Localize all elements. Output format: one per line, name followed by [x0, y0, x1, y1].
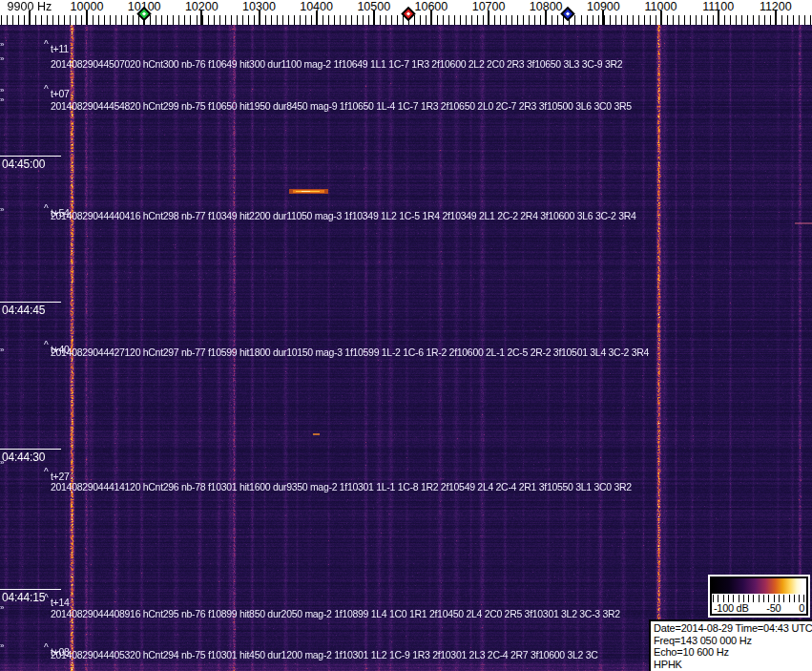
spectrogram-app-window: 9900 Hz100001010010200103001040010500106…	[0, 0, 812, 671]
db-color-scale-frame: -100 dB-500	[710, 577, 808, 616]
freq-label: 9900 Hz	[8, 0, 52, 13]
red-marker-diamond-icon[interactable]	[401, 6, 417, 22]
freq-label: 10900	[587, 0, 620, 13]
event-caret-icon: ^	[44, 341, 49, 350]
event-data-line: 20140829044427120 hCnt297 nb-77 f10599 h…	[51, 347, 649, 358]
edge-mark-icon: »	[0, 87, 4, 94]
freq-label: 11100	[702, 0, 734, 13]
event-data-line: 20140829044405320 hCnt294 nb-75 f10301 h…	[51, 650, 598, 661]
time-label: 04:44:30	[0, 449, 61, 464]
frequency-ruler: 9900 Hz100001010010200103001040010500106…	[0, 0, 812, 25]
edge-mark-icon: »	[0, 346, 4, 354]
event-caret-icon: ^	[44, 468, 49, 477]
edge-mark-icon: »	[0, 96, 4, 104]
edge-mark-icon: »	[0, 206, 4, 214]
event-caret-icon: ^	[44, 204, 49, 214]
info-line: Echo=10 600 Hz	[654, 646, 811, 659]
event-data-line: 20140829044454820 hCnt299 nb-75 f10650 h…	[51, 101, 632, 112]
edge-mark-icon: »	[0, 41, 4, 49]
freq-label: 10300	[242, 0, 276, 13]
freq-label: 11000	[645, 0, 677, 13]
db-scale-ticks	[713, 595, 805, 602]
event-time-offset: t+07	[51, 89, 70, 99]
edge-mark-icon: »	[0, 55, 4, 63]
db-color-scale: -100 dB-500	[708, 575, 810, 618]
event-caret-icon: ^	[44, 40, 49, 50]
event-caret-icon: ^	[44, 594, 49, 603]
event-time-offset: t+11	[51, 44, 69, 54]
freq-label: 10600	[415, 0, 448, 13]
event-data-line: 20140829044408916 hCnt295 nb-76 f10899 h…	[51, 609, 620, 619]
info-line: HPHK	[654, 659, 811, 671]
db-scale-label: 0	[799, 602, 804, 614]
edge-mark-icon: »	[0, 604, 4, 612]
freq-label: 11200	[760, 0, 792, 13]
freq-label: 10800	[530, 0, 563, 13]
edge-mark-icon: »	[0, 459, 4, 467]
time-label: 04:44:45	[0, 302, 61, 317]
freq-label: 10200	[185, 0, 219, 13]
event-time-offset: t+14	[51, 598, 70, 608]
db-gradient-bar	[712, 578, 806, 594]
blue-marker-diamond-icon[interactable]	[560, 6, 576, 22]
freq-label: 10700	[472, 0, 506, 13]
event-caret-icon: ^	[44, 643, 49, 653]
info-line: Freq=143 050 000 Hz	[654, 635, 811, 647]
info-line: Date=2014-08-29 Time=04:43 UTC	[654, 622, 811, 635]
time-label: 04:45:00	[0, 156, 61, 171]
edge-mark-icon: »	[0, 642, 4, 650]
event-data-line: 20140829044440416 hCnt298 nb-77 f10349 h…	[51, 211, 636, 221]
event-caret-icon: ^	[44, 85, 49, 94]
db-scale-label: -100 dB	[714, 602, 748, 614]
db-scale-label: -50	[766, 602, 781, 614]
info-box: Date=2014-08-29 Time=04:43 UTCFreq=143 0…	[649, 619, 812, 671]
db-scale-labels: -100 dB-500	[712, 602, 806, 614]
freq-label: 10500	[357, 0, 390, 13]
event-data-line: 20140829044507020 hCnt300 nb-76 f10649 h…	[51, 59, 622, 70]
event-data-line: 20140829044414120 hCnt296 nb-78 f10301 h…	[51, 482, 632, 493]
freq-label: 10400	[300, 0, 333, 13]
freq-label: 10000	[71, 0, 104, 13]
green-marker-diamond-icon[interactable]	[135, 6, 152, 22]
